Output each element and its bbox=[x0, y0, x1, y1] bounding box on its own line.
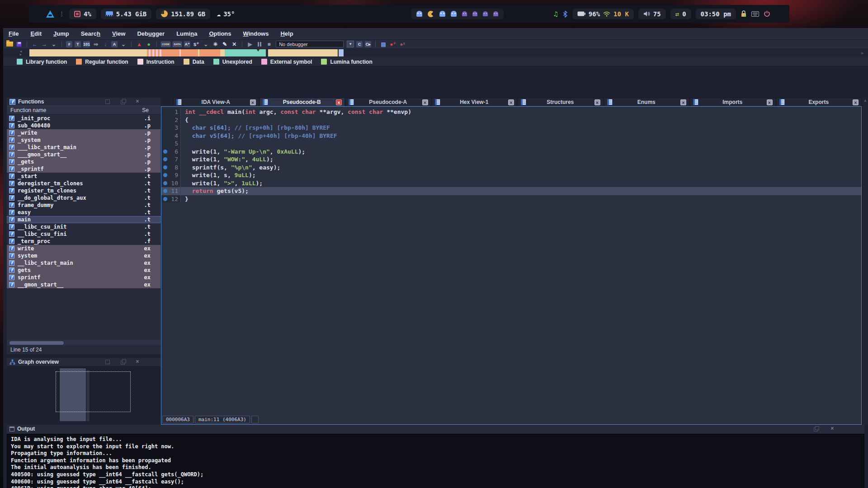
disk-widget[interactable]: 151.89 GB bbox=[156, 9, 210, 19]
debugger-select[interactable]: No debugger bbox=[276, 41, 344, 47]
workspace-switcher[interactable] bbox=[411, 9, 504, 19]
output-panel-titlebar[interactable]: Output × bbox=[7, 425, 864, 433]
tab-enums[interactable]: Enums× bbox=[604, 98, 690, 106]
navband-scroll-arrows[interactable]: ◄► bbox=[16, 50, 26, 56]
arch-logo-icon[interactable] bbox=[46, 10, 54, 18]
menu-help[interactable]: Help bbox=[280, 30, 293, 37]
menu-windows[interactable]: Windows bbox=[243, 30, 269, 37]
functions-hscrollbar[interactable] bbox=[7, 340, 160, 345]
code-line[interactable]: 11 return gets(v5); bbox=[161, 187, 861, 195]
function-row[interactable]: f___libc_start_main.p bbox=[7, 144, 160, 151]
debug-stop-icon[interactable]: ■ bbox=[265, 41, 273, 47]
debug-pause-icon[interactable] bbox=[256, 41, 263, 47]
ghost-icon[interactable] bbox=[493, 11, 498, 16]
float-icon[interactable] bbox=[121, 360, 125, 364]
menu-options[interactable]: Options bbox=[209, 30, 231, 37]
code-line[interactable]: 10 write(1, ">", 1uLL); bbox=[161, 179, 861, 188]
nav-forward-menu-icon[interactable]: ⌄ bbox=[50, 41, 57, 47]
float-icon[interactable] bbox=[121, 99, 125, 104]
tab-exports[interactable]: Exports× bbox=[776, 98, 862, 106]
menu-file[interactable]: File bbox=[9, 30, 19, 37]
code-line[interactable]: 2{ bbox=[161, 116, 861, 124]
code-line[interactable]: 4 char v5[64]; // [rsp+40h] [rbp-40h] BY… bbox=[161, 132, 861, 140]
tab-hex-view-1[interactable]: Hex View-1× bbox=[432, 98, 518, 106]
code-vscrollbar[interactable]: ▲ bbox=[863, 98, 868, 425]
code-line[interactable]: 9 write(1, s, 9uLL); bbox=[161, 171, 861, 179]
segments-icon[interactable]: ▤ bbox=[380, 41, 387, 47]
tab-pseudocode-a[interactable]: Pseudocode-A× bbox=[345, 98, 431, 106]
tab-close-icon[interactable]: × bbox=[336, 99, 342, 105]
weather-widget[interactable]: ☁ 35° bbox=[217, 10, 235, 18]
ghost-icon[interactable] bbox=[472, 11, 477, 16]
tab-close-icon[interactable]: × bbox=[680, 99, 686, 105]
open-file-icon[interactable] bbox=[6, 41, 13, 47]
tab-close-icon[interactable]: × bbox=[250, 99, 256, 105]
debug-run-icon[interactable]: ▶ bbox=[246, 41, 254, 47]
undefine-icon[interactable]: ✕ bbox=[231, 41, 238, 47]
keyboard-icon[interactable] bbox=[751, 11, 759, 17]
ghost-icon[interactable] bbox=[439, 11, 445, 17]
tab-close-icon[interactable]: × bbox=[853, 99, 859, 105]
cpu-widget[interactable]: 4% bbox=[69, 9, 96, 19]
close-icon[interactable]: × bbox=[135, 360, 140, 364]
navigation-band[interactable] bbox=[29, 49, 344, 56]
jump-binary-icon[interactable]: 101 bbox=[83, 41, 90, 47]
memory-widget[interactable]: 5.43 GiB bbox=[101, 9, 151, 19]
nav-forward-icon[interactable]: → bbox=[41, 41, 48, 47]
ghost-icon[interactable] bbox=[483, 11, 488, 16]
nav-back-icon[interactable]: ← bbox=[31, 41, 38, 47]
text-mode-icon[interactable]: A bbox=[111, 41, 118, 47]
function-row[interactable]: f__do_global_dtors_aux.t bbox=[7, 194, 160, 202]
debugger-options-icon[interactable]: C▸ bbox=[365, 41, 371, 47]
menu-dots-icon[interactable]: ⋮ bbox=[59, 12, 65, 16]
text-mode-menu-icon[interactable]: ⌄ bbox=[120, 41, 127, 47]
menu-search[interactable]: Search bbox=[81, 30, 100, 37]
code-line[interactable]: 6 write(1, "-Warm Up-\n", 0xAuLL); bbox=[161, 148, 861, 156]
menu-jump[interactable]: Jump bbox=[53, 30, 69, 37]
jump-xref-icon[interactable]: ⇒ bbox=[92, 41, 99, 47]
code-line[interactable]: 7 write(1, "WOW:", 4uLL); bbox=[161, 155, 861, 164]
function-row[interactable]: fregister_tm_clones.t bbox=[7, 187, 160, 194]
function-row[interactable]: fmain.t bbox=[7, 216, 160, 223]
ghost-icon[interactable] bbox=[462, 11, 467, 16]
function-row[interactable]: f__gmon_start__ex bbox=[7, 281, 160, 288]
make-array-icon[interactable]: ✳ bbox=[212, 41, 219, 47]
lumina-status-icon[interactable]: ● bbox=[145, 41, 152, 47]
navband-segment[interactable] bbox=[162, 49, 220, 56]
pseudocode-view[interactable]: 1int __cdecl main(int argc, const char *… bbox=[161, 106, 862, 425]
tab-ida-view-a[interactable]: IDA View-A× bbox=[173, 98, 259, 106]
function-row[interactable]: fgetsex bbox=[7, 267, 160, 274]
functions-header[interactable]: Function name Se bbox=[7, 106, 160, 115]
graph-overview-canvas[interactable] bbox=[7, 366, 160, 421]
clock-widget[interactable]: 03:50 pm bbox=[696, 9, 736, 19]
tab-imports[interactable]: Imports× bbox=[690, 98, 776, 106]
tab-close-icon[interactable]: × bbox=[508, 99, 514, 105]
function-row[interactable]: f_write.p bbox=[7, 129, 160, 136]
close-icon[interactable]: × bbox=[135, 99, 140, 104]
output-log[interactable]: IDA is analysing the input file... You m… bbox=[7, 434, 864, 488]
code-line[interactable]: 1int __cdecl main(int argc, const char *… bbox=[161, 108, 861, 116]
navband-overflow-icon[interactable]: » bbox=[861, 50, 863, 56]
battery-network-widget[interactable]: 96% 10 K bbox=[572, 9, 634, 19]
function-row[interactable]: f_start.t bbox=[7, 173, 160, 180]
bluetooth-icon[interactable] bbox=[562, 10, 568, 18]
power-icon[interactable] bbox=[764, 10, 770, 17]
navband-segment[interactable] bbox=[147, 49, 162, 56]
jump-address-icon[interactable]: # bbox=[66, 41, 72, 47]
tab-close-icon[interactable]: × bbox=[767, 99, 773, 105]
graph-viewport-rect[interactable] bbox=[56, 371, 131, 412]
navband-segment[interactable] bbox=[29, 49, 147, 56]
function-row[interactable]: fderegister_tm_clones.t bbox=[7, 180, 160, 187]
menu-edit[interactable]: Edit bbox=[30, 30, 42, 37]
menu-debugger[interactable]: Debugger bbox=[137, 30, 165, 37]
tab-close-icon[interactable]: × bbox=[422, 99, 428, 105]
tab-close-icon[interactable]: × bbox=[594, 99, 600, 105]
close-icon[interactable]: × bbox=[830, 427, 835, 431]
rename-icon[interactable]: A⁺ bbox=[184, 41, 190, 47]
functions-panel-titlebar[interactable]: f Functions × bbox=[7, 98, 160, 106]
code-line[interactable]: 8 sprintf(s, "%p\n", easy); bbox=[161, 164, 861, 172]
debugger-select-arrow[interactable]: ▼ bbox=[347, 41, 354, 47]
function-row[interactable]: fwriteex bbox=[7, 245, 160, 252]
function-row[interactable]: f_term_proc.f bbox=[7, 238, 160, 245]
ghost-icon[interactable] bbox=[416, 11, 422, 17]
